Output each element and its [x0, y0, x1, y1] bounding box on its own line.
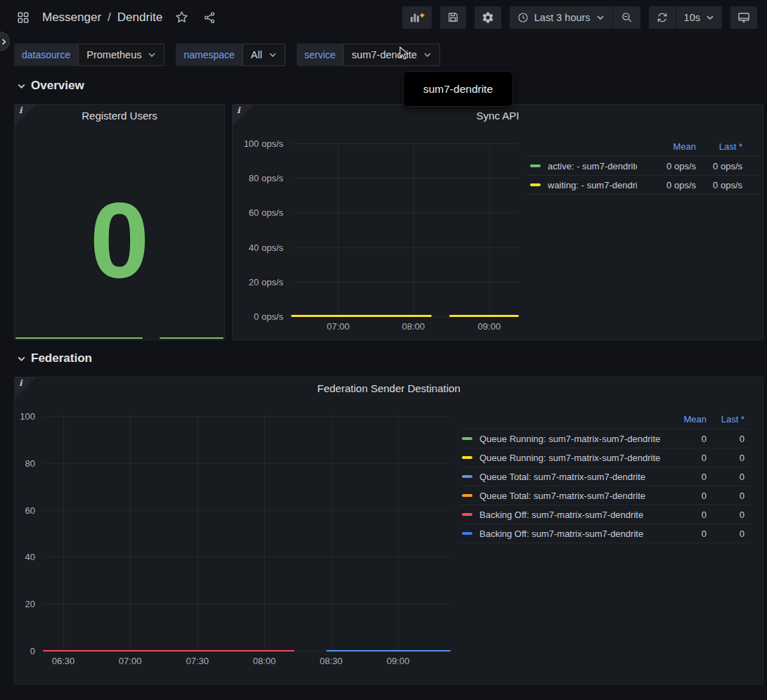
- series-name[interactable]: Queue Total: sum7-matrix-sum7-dendrite: [479, 472, 664, 482]
- series-line-segment: [43, 650, 295, 652]
- chevron-down-icon: [423, 51, 432, 59]
- section-row-federation[interactable]: Federation: [17, 351, 92, 365]
- series-mean-value: 0: [664, 529, 707, 539]
- plot-area[interactable]: [43, 416, 451, 651]
- series-color-dash: [530, 183, 541, 186]
- x-tick-label: 06:30: [52, 656, 75, 666]
- breadcrumb-separator: /: [108, 11, 111, 25]
- panel-federation-sender-destination[interactable]: i Federation Sender Destination 10080604…: [14, 377, 763, 685]
- gridline-horizontal: [43, 463, 451, 464]
- breadcrumb-app[interactable]: Messenger: [42, 11, 101, 25]
- variable-value: All: [251, 49, 262, 60]
- plot-area[interactable]: [291, 143, 519, 316]
- series-last-value: 0: [707, 434, 745, 444]
- chevron-down-icon: [148, 51, 156, 59]
- legend-row[interactable]: active: - sum7-dendrite0 ops/s0 ops/s: [528, 156, 760, 175]
- breadcrumb-page[interactable]: Dendrite: [117, 11, 162, 25]
- legend-table: MeanLast *Queue Running: sum7-matrix-sum…: [460, 410, 750, 543]
- series-last-value: 0 ops/s: [696, 180, 742, 190]
- gridline-horizontal: [43, 604, 451, 604]
- namespace-picker[interactable]: All: [243, 44, 285, 66]
- service-picker[interactable]: sum7-dendrite: [343, 44, 440, 66]
- top-nav-bar: Messenger / Dendrite: [0, 0, 767, 35]
- legend-row[interactable]: Queue Total: sum7-matrix-sum7-dendrite00: [460, 467, 750, 486]
- tooltip-text: sum7-dendrite: [423, 83, 493, 96]
- legend-row[interactable]: Queue Running: sum7-matrix-sum7-dendrite…: [460, 448, 750, 467]
- y-tick-label: 80: [25, 458, 35, 468]
- series-name[interactable]: Queue Running: sum7-matrix-sum7-dendrite: [479, 453, 664, 463]
- y-tick-label: 80 ops/s: [249, 173, 283, 183]
- y-tick-label: 0 ops/s: [254, 311, 283, 322]
- refresh-icon: [657, 12, 668, 23]
- x-tick-label: 08:00: [253, 656, 276, 666]
- series-name[interactable]: Backing Off: sum7-matrix-sum7-dendrite: [479, 529, 664, 539]
- gridline-vertical: [198, 416, 198, 651]
- series-line-segment: [291, 315, 432, 317]
- stat-sparkline: [15, 336, 224, 338]
- y-tick-label: 100 ops/s: [244, 138, 283, 149]
- series-name[interactable]: Queue Running: sum7-matrix-sum7-dendrite: [479, 434, 664, 444]
- panel-sync-api[interactable]: i Sync API 100 ops/s80 ops/s60 ops/s40 o…: [232, 104, 763, 340]
- legend-header-last[interactable]: Last *: [696, 141, 742, 152]
- gridline-horizontal: [291, 143, 519, 144]
- gridline-horizontal: [291, 247, 519, 248]
- legend-row[interactable]: waiting: - sum7-dendrite0 ops/s0 ops/s: [528, 175, 760, 194]
- y-tick-label: 40: [25, 552, 35, 562]
- series-color-dash: [462, 513, 472, 516]
- refresh-dashboard-button[interactable]: [649, 6, 676, 29]
- x-tick-label: 07:30: [186, 656, 210, 666]
- series-last-value: 0: [707, 472, 745, 482]
- legend-header-mean[interactable]: Mean: [664, 414, 707, 424]
- series-name[interactable]: Backing Off: sum7-matrix-sum7-dendrite: [479, 510, 664, 520]
- legend-header-mean[interactable]: Mean: [637, 141, 696, 152]
- refresh-interval-label: 10s: [684, 12, 700, 23]
- tv-kiosk-mode-button[interactable]: [730, 6, 757, 29]
- share-icon[interactable]: [200, 8, 219, 27]
- chevron-down-icon: [269, 51, 277, 59]
- legend-row[interactable]: Backing Off: sum7-matrix-sum7-dendrite00: [460, 524, 750, 543]
- time-range-picker[interactable]: Last 3 hours: [510, 6, 612, 29]
- save-dashboard-button[interactable]: [440, 6, 466, 29]
- series-mean-value: 0: [664, 434, 707, 444]
- series-line-segment: [160, 337, 224, 339]
- section-row-overview[interactable]: Overview: [17, 79, 84, 93]
- x-tick-label: 08:30: [320, 656, 343, 666]
- add-panel-button[interactable]: [402, 6, 432, 29]
- legend-row[interactable]: Backing Off: sum7-matrix-sum7-dendrite00: [460, 505, 750, 524]
- legend-row[interactable]: Queue Running: sum7-matrix-sum7-dendrite…: [460, 429, 750, 448]
- y-tick-label: 100: [20, 411, 35, 422]
- zoom-out-time-button[interactable]: [613, 6, 640, 29]
- series-last-value: 0: [707, 491, 745, 501]
- dashboards-grid-icon[interactable]: [14, 8, 32, 27]
- gridline-vertical: [489, 143, 490, 316]
- variable-label: service: [297, 44, 343, 66]
- gridline-horizontal: [291, 212, 519, 213]
- variable-value: Prometheus: [86, 49, 141, 60]
- series-name[interactable]: active: - sum7-dendrite: [548, 161, 637, 171]
- legend-header-last[interactable]: Last *: [707, 414, 745, 424]
- variable-label: datasource: [14, 44, 78, 66]
- panel-registered-users[interactable]: i Registerd Users 0: [14, 104, 225, 340]
- dashboard-settings-gear-icon[interactable]: [475, 6, 501, 29]
- x-tick-label: 07:00: [119, 656, 142, 666]
- series-mean-value: 0 ops/s: [637, 161, 696, 171]
- panel-title[interactable]: Registerd Users: [15, 110, 224, 122]
- series-line-segment: [15, 337, 143, 339]
- variable-datasource: datasource Prometheus: [14, 44, 165, 66]
- x-axis-labels: 07:0008:0009:00: [291, 321, 519, 334]
- legend-row[interactable]: Queue Total: sum7-matrix-sum7-dendrite00: [460, 486, 750, 505]
- x-tick-label: 07:00: [327, 321, 350, 332]
- star-favorite-icon[interactable]: [172, 8, 191, 27]
- series-color-dash: [462, 532, 472, 535]
- series-color-dash: [462, 437, 472, 440]
- series-name[interactable]: waiting: - sum7-dendrite: [548, 180, 637, 190]
- series-last-value: 0 ops/s: [696, 161, 742, 171]
- gridline-vertical: [338, 143, 339, 316]
- y-axis-labels: 100806040200: [15, 416, 35, 651]
- refresh-interval-picker[interactable]: 10s: [676, 6, 722, 29]
- gridline-vertical: [413, 143, 414, 316]
- series-mean-value: 0: [664, 472, 707, 482]
- plus-accent: [420, 13, 424, 17]
- datasource-picker[interactable]: Prometheus: [78, 44, 165, 66]
- series-name[interactable]: Queue Total: sum7-matrix-sum7-dendrite: [479, 491, 664, 501]
